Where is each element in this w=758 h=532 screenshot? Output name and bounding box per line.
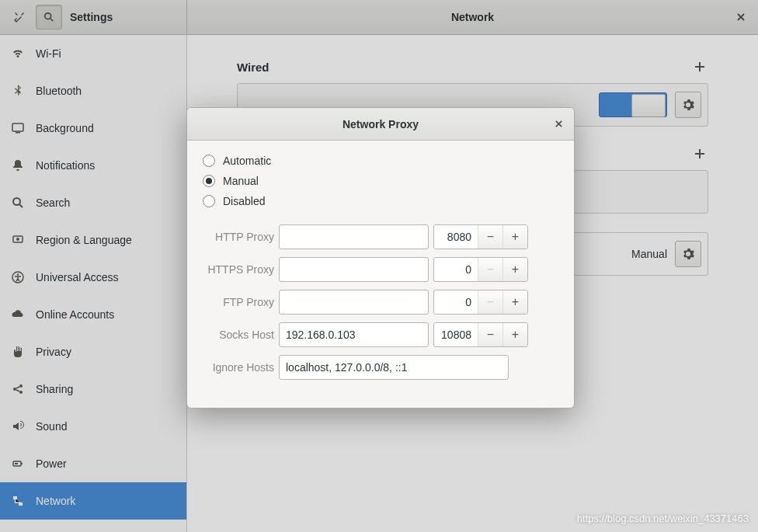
https-port-decrement: −	[478, 258, 502, 281]
http-proxy-port-input[interactable]	[434, 225, 478, 249]
ignore-hosts-row: Ignore Hosts	[203, 355, 558, 380]
socks-host-label: Socks Host	[203, 329, 274, 341]
network-proxy-dialog: Network Proxy Automatic Manual Disabled …	[186, 107, 575, 409]
proxy-mode-manual[interactable]: Manual	[203, 175, 558, 187]
socks-port-decrement[interactable]: −	[478, 323, 502, 346]
https-port-increment[interactable]: +	[502, 258, 527, 281]
https-proxy-label: HTTPS Proxy	[203, 263, 274, 276]
radio-icon	[203, 195, 215, 207]
radio-icon	[203, 175, 215, 187]
https-proxy-port-stepper: − +	[433, 257, 528, 282]
ftp-port-increment[interactable]: +	[502, 290, 527, 314]
watermark: https://blog.csdn.net/weixin_43371463	[577, 513, 749, 524]
https-proxy-port-input[interactable]	[434, 258, 478, 281]
proxy-mode-automatic[interactable]: Automatic	[203, 155, 558, 167]
http-port-increment[interactable]: +	[502, 225, 527, 249]
socks-host-row: Socks Host − +	[203, 322, 558, 347]
ftp-proxy-label: FTP Proxy	[203, 296, 274, 308]
radio-label: Disabled	[223, 195, 265, 207]
ignore-hosts-label: Ignore Hosts	[203, 361, 274, 374]
http-port-decrement[interactable]: −	[478, 225, 502, 249]
ignore-hosts-input[interactable]	[279, 355, 509, 380]
http-proxy-label: HTTP Proxy	[203, 231, 274, 243]
http-proxy-port-stepper: − +	[433, 224, 528, 249]
ftp-port-decrement: −	[478, 290, 502, 314]
radio-icon	[203, 155, 215, 167]
socks-port-stepper: − +	[433, 322, 528, 347]
http-proxy-host-input[interactable]	[279, 224, 429, 249]
proxy-mode-disabled[interactable]: Disabled	[203, 195, 558, 207]
https-proxy-row: HTTPS Proxy − +	[203, 257, 558, 282]
dialog-close-button[interactable]	[551, 116, 566, 132]
ftp-proxy-port-input[interactable]	[434, 290, 478, 314]
https-proxy-host-input[interactable]	[279, 257, 429, 282]
dialog-title-bar: Network Proxy	[187, 108, 574, 141]
radio-label: Automatic	[223, 155, 271, 167]
ftp-proxy-row: FTP Proxy − +	[203, 290, 558, 315]
dialog-title: Network Proxy	[342, 118, 419, 130]
ftp-proxy-port-stepper: − +	[433, 290, 528, 315]
socks-port-increment[interactable]: +	[502, 323, 527, 346]
ftp-proxy-host-input[interactable]	[279, 290, 429, 315]
socks-host-input[interactable]	[279, 322, 429, 347]
http-proxy-row: HTTP Proxy − +	[203, 224, 558, 249]
socks-port-input[interactable]	[434, 323, 478, 346]
radio-label: Manual	[223, 175, 259, 187]
